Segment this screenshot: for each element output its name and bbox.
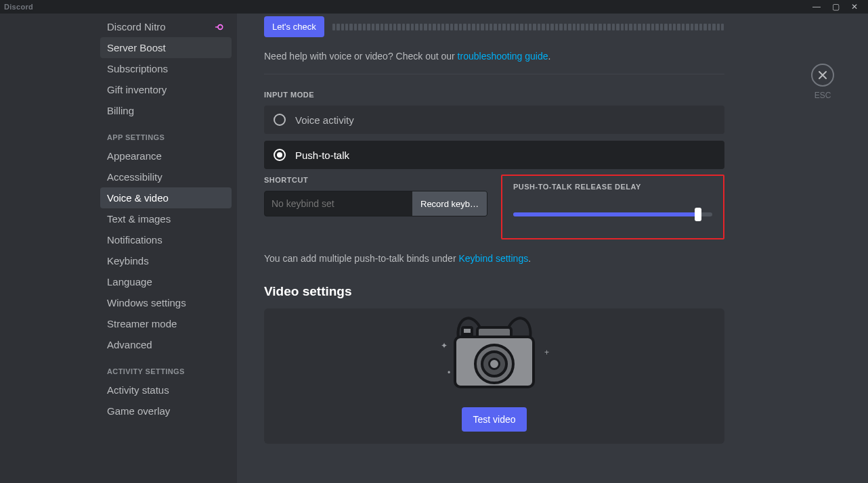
radio-label: Voice activity — [295, 114, 354, 126]
sidebar-header-activity-settings: ACTIVITY SETTINGS — [100, 355, 232, 380]
sidebar-item-label: Subscriptions — [107, 63, 168, 74]
ptt-release-delay-slider[interactable] — [513, 207, 712, 221]
sidebar-item-accessibility[interactable]: Accessibility — [100, 166, 232, 187]
input-mode-voice-activity[interactable]: Voice activity — [264, 106, 724, 134]
video-settings-title: Video settings — [264, 284, 724, 299]
sidebar-item-text-images[interactable]: Text & images — [100, 208, 232, 229]
sidebar-item-streamer-mode[interactable]: Streamer mode — [100, 313, 232, 334]
sidebar-item-label: Voice & video — [107, 192, 169, 204]
record-keybind-button[interactable]: Record keybi... — [412, 191, 487, 216]
sidebar-item-label: Accessibility — [107, 171, 162, 183]
sidebar-item-label: Notifications — [107, 234, 162, 246]
svg-point-0 — [218, 24, 223, 29]
esc-label: ESC — [815, 91, 831, 100]
sidebar-left-gutter — [0, 14, 95, 483]
sidebar-item-notifications[interactable]: Notifications — [100, 229, 232, 250]
sidebar-item-activity-status[interactable]: Activity status — [100, 380, 232, 400]
sidebar-item-label: Streamer mode — [107, 318, 177, 329]
sidebar-item-label: Server Boost — [107, 42, 166, 53]
divider — [264, 74, 724, 74]
sidebar-item-language[interactable]: Language — [100, 271, 232, 292]
sidebar-item-voice-video[interactable]: Voice & video — [100, 187, 232, 208]
sidebar-item-server-boost[interactable]: Server Boost — [100, 37, 232, 58]
window-close-icon[interactable]: ✕ — [845, 2, 864, 12]
radio-label: Push-to-talk — [295, 150, 349, 161]
camera-illustration: ✦ • + — [437, 321, 552, 395]
shortcut-label: SHORTCUT — [264, 176, 487, 184]
ptt-release-delay-highlight: PUSH-TO-TALK RELEASE DELAY — [501, 175, 724, 239]
sidebar-item-subscriptions[interactable]: Subscriptions — [100, 58, 232, 79]
sidebar-item-label: Language — [107, 276, 152, 288]
sidebar-item-label: Appearance — [107, 150, 162, 162]
sidebar-item-label: Keybinds — [107, 255, 149, 267]
voice-help-text: Need help with voice or video? Check out… — [264, 51, 724, 62]
sidebar-item-discord-nitro[interactable]: Discord Nitro — [100, 16, 232, 37]
sidebar-item-label: Activity status — [107, 384, 169, 396]
settings-sidebar: Discord Nitro Server Boost Subscriptions… — [95, 14, 237, 483]
sidebar-item-game-overlay[interactable]: Game overlay — [100, 400, 232, 421]
window-minimize-icon[interactable]: — — [807, 2, 826, 12]
sidebar-item-label: Gift inventory — [107, 84, 167, 95]
sidebar-item-keybinds[interactable]: Keybinds — [100, 250, 232, 271]
sidebar-item-billing[interactable]: Billing — [100, 100, 232, 121]
lets-check-button[interactable]: Let's check — [264, 16, 324, 37]
window-maximize-icon[interactable]: ▢ — [826, 2, 845, 12]
keybind-hint-text: You can add multiple push-to-talk binds … — [264, 253, 724, 264]
titlebar: Discord — ▢ ✕ — [0, 0, 868, 14]
keybind-settings-link[interactable]: Keybind settings — [458, 253, 528, 264]
app-brand: Discord — [4, 3, 33, 11]
radio-icon — [274, 149, 286, 161]
sidebar-item-gift-inventory[interactable]: Gift inventory — [100, 79, 232, 100]
close-settings-button[interactable] — [811, 64, 834, 87]
sidebar-item-label: Windows settings — [107, 297, 186, 308]
mic-level-meter — [332, 24, 724, 30]
ptt-release-delay-label: PUSH-TO-TALK RELEASE DELAY — [513, 183, 712, 191]
input-mode-label: INPUT MODE — [264, 91, 724, 99]
sidebar-header-app-settings: APP SETTINGS — [100, 121, 232, 145]
sidebar-item-windows-settings[interactable]: Windows settings — [100, 292, 232, 313]
input-mode-push-to-talk[interactable]: Push-to-talk — [264, 141, 724, 169]
sidebar-item-label: Text & images — [107, 213, 171, 225]
close-icon — [817, 70, 828, 80]
radio-icon — [274, 114, 286, 126]
slider-fill — [513, 212, 698, 216]
settings-content: Let's check Need help with voice or vide… — [237, 14, 868, 483]
test-video-button[interactable]: Test video — [462, 407, 526, 432]
keybind-field: Record keybi... — [264, 191, 487, 216]
video-preview-card: ✦ • + Test video — [264, 308, 724, 444]
nitro-icon — [214, 22, 225, 32]
slider-thumb[interactable] — [695, 208, 701, 221]
sidebar-item-label: Discord Nitro — [107, 21, 166, 32]
sidebar-item-label: Advanced — [107, 339, 152, 350]
keybind-input[interactable] — [265, 191, 412, 216]
sidebar-item-label: Game overlay — [107, 405, 170, 417]
sidebar-item-label: Billing — [107, 105, 134, 116]
sidebar-item-advanced[interactable]: Advanced — [100, 334, 232, 355]
troubleshooting-guide-link[interactable]: troubleshooting guide — [458, 51, 548, 62]
sidebar-item-appearance[interactable]: Appearance — [100, 145, 232, 166]
